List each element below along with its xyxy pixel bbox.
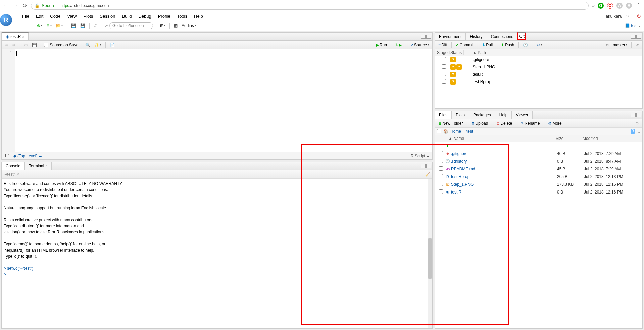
select-all-checkbox[interactable] xyxy=(437,129,441,133)
tab-plots[interactable]: Plots xyxy=(452,111,469,119)
maximize-icon[interactable] xyxy=(636,113,641,117)
code-editor[interactable]: 1 xyxy=(2,49,432,152)
git-row[interactable]: ?.gitignore xyxy=(435,56,642,63)
tab-environment[interactable]: Environment xyxy=(435,33,466,40)
file-row[interactable]: ◆.gitignore40 BJul 2, 2018, 7:29 AM xyxy=(435,150,642,157)
project-menu[interactable]: 📘 test ▾ xyxy=(625,23,640,28)
minimize-icon[interactable] xyxy=(421,35,426,39)
commit-button[interactable]: ✔ Commit xyxy=(454,42,475,48)
menu-file[interactable]: File xyxy=(19,12,33,20)
back-icon[interactable]: ⇦ xyxy=(4,42,10,48)
col-status[interactable]: Status xyxy=(448,50,464,55)
scrollbar[interactable] xyxy=(428,179,432,328)
reload-button[interactable]: ⟳ xyxy=(21,2,28,9)
more-icon[interactable]: … xyxy=(636,129,640,134)
minimize-icon[interactable] xyxy=(631,35,636,39)
home-icon[interactable]: 🏠 xyxy=(443,129,448,134)
rproj-icon[interactable]: R xyxy=(631,129,635,134)
address-bar[interactable]: 🔒 Secure | https://rstudio.cos.gmu.edu xyxy=(31,2,589,10)
terminal-tab[interactable]: Terminal × xyxy=(25,162,52,170)
new-project-button[interactable]: ⊕▾ xyxy=(45,23,53,29)
print-button[interactable]: 🖨 xyxy=(92,23,99,29)
menu-edit[interactable]: Edit xyxy=(33,12,47,20)
scope-selector[interactable]: ◆ (Top Level) ≑ xyxy=(13,154,42,158)
file-row[interactable]: 🕘.Rhistory0 BJul 2, 2018, 8:47 AM xyxy=(435,157,642,165)
file-checkbox[interactable] xyxy=(439,189,443,194)
menu-session[interactable]: Session xyxy=(96,12,118,20)
forward-icon[interactable]: ⇨ xyxy=(11,42,17,48)
back-button[interactable]: ← xyxy=(3,2,9,9)
stage-checkbox[interactable] xyxy=(442,79,446,84)
file-checkbox[interactable] xyxy=(439,166,443,171)
tab-git[interactable]: Git xyxy=(517,32,526,40)
signout-icon[interactable]: ↪ xyxy=(626,14,629,18)
source-on-save-checkbox[interactable] xyxy=(44,43,48,47)
tab-packages[interactable]: Packages xyxy=(469,111,495,119)
minimize-icon[interactable] xyxy=(631,113,636,117)
grid-button[interactable]: ▦ xyxy=(172,23,179,29)
wand-icon[interactable]: ✨▾ xyxy=(93,42,103,48)
col-path[interactable]: ▲ Path xyxy=(470,50,488,55)
col-modified[interactable]: Modified xyxy=(583,136,598,141)
pull-button[interactable]: ⬇ Pull xyxy=(481,42,494,48)
source-button[interactable]: ↗ Source ▾ xyxy=(409,42,430,48)
menu-profile[interactable]: Profile xyxy=(155,12,174,20)
menu-debug[interactable]: Debug xyxy=(135,12,154,20)
menu-plots[interactable]: Plots xyxy=(80,12,96,20)
forward-button[interactable]: → xyxy=(12,2,19,9)
search-icon[interactable]: 🔍 xyxy=(84,42,92,48)
file-name[interactable]: Step_1.PNG xyxy=(451,182,557,187)
extension-icon[interactable]: O xyxy=(607,3,613,9)
stage-checkbox[interactable] xyxy=(442,64,446,69)
rerun-button[interactable]: ↻▶ xyxy=(394,42,403,48)
wd-browse-icon[interactable]: ↗ xyxy=(16,172,19,177)
file-name[interactable]: .Rhistory xyxy=(451,159,557,164)
save-icon[interactable]: 💾 xyxy=(31,42,38,48)
menu-icon[interactable]: ⋮ xyxy=(635,2,641,9)
col-name[interactable]: ▲ Name xyxy=(435,136,556,141)
editor-tab[interactable]: ◉ test.R × xyxy=(2,32,29,40)
file-row[interactable]: ◉test.R0 BJul 2, 2018, 12:16 PM xyxy=(435,188,642,196)
push-button[interactable]: ⬆ Push xyxy=(500,42,515,48)
grid-button[interactable]: ⊞▾ xyxy=(159,23,167,29)
maximize-icon[interactable] xyxy=(636,35,641,39)
diff-button[interactable]: ≡ Diff xyxy=(437,42,449,48)
extension-icon[interactable]: A xyxy=(616,3,623,9)
tab-files[interactable]: Files xyxy=(435,111,452,119)
col-staged[interactable]: Staged xyxy=(435,50,448,55)
file-checkbox[interactable] xyxy=(439,182,443,186)
file-type-selector[interactable]: R Script ≑ xyxy=(411,154,430,158)
working-dir[interactable]: ~/test/ xyxy=(4,172,15,177)
save-button[interactable]: 💾 xyxy=(70,23,78,29)
menu-build[interactable]: Build xyxy=(119,12,135,20)
addins-button[interactable]: Addins ▾ xyxy=(180,23,197,29)
extension-icon[interactable]: R xyxy=(626,3,632,9)
gear-icon[interactable]: ⚙ ▾ xyxy=(535,42,543,48)
file-name[interactable]: test.Rproj xyxy=(451,174,557,179)
report-icon[interactable]: 📄 xyxy=(108,42,116,48)
maximize-icon[interactable] xyxy=(426,164,431,168)
git-row[interactable]: ?test.Rproj xyxy=(435,78,642,86)
save-all-button[interactable]: 💾 xyxy=(79,23,87,29)
show-in-new-icon[interactable]: ▭ xyxy=(23,42,29,48)
file-row[interactable]: Rtest.Rproj205 BJul 2, 2018, 12:13 PM xyxy=(435,173,642,180)
branch-selector[interactable]: master ▾ xyxy=(611,42,629,48)
col-size[interactable]: Size xyxy=(556,136,583,141)
new-folder-button[interactable]: ⊕ New Folder xyxy=(437,120,464,126)
history-icon[interactable]: 🕘 xyxy=(522,42,529,48)
branch-icon[interactable]: ⧉ xyxy=(604,42,610,48)
run-button[interactable]: ▶ Run xyxy=(375,42,388,48)
breadcrumb-home[interactable]: Home xyxy=(450,129,461,134)
stage-checkbox[interactable] xyxy=(442,57,446,61)
new-file-button[interactable]: ⊕▾ xyxy=(36,23,44,29)
file-row[interactable]: MDREADME.md45 BJul 2, 2018, 7:29 AM xyxy=(435,165,642,173)
menu-code[interactable]: Code xyxy=(47,12,64,20)
file-name[interactable]: README.md xyxy=(451,167,557,171)
tab-viewer[interactable]: Viewer xyxy=(512,111,532,119)
console-tab[interactable]: Console xyxy=(2,162,25,170)
rename-button[interactable]: ✎ Rename xyxy=(519,120,541,126)
breadcrumb-path[interactable]: test xyxy=(466,129,473,134)
menu-view[interactable]: View xyxy=(64,12,80,20)
minimize-icon[interactable] xyxy=(421,164,426,168)
stage-checkbox[interactable] xyxy=(442,72,446,76)
